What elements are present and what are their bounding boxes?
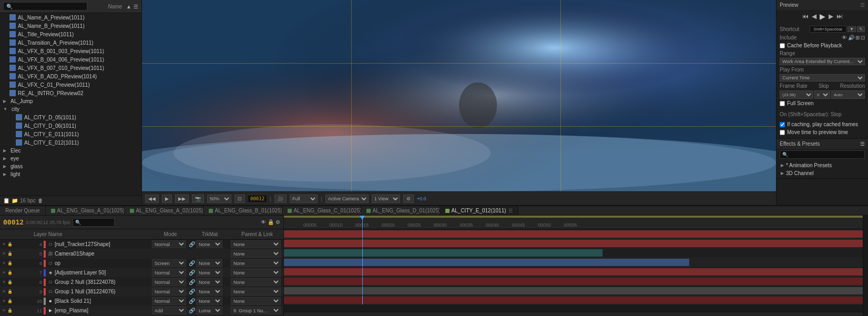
folder-glass[interactable]: ▶ glass [0, 162, 141, 170]
section-menu-icon[interactable]: ☰ [860, 2, 865, 8]
folder-icon-btn[interactable]: 📁 [12, 198, 18, 203]
last-frame-btn[interactable]: ⏭ [836, 13, 843, 20]
timeline-solo-icon[interactable]: 👁 [261, 219, 266, 225]
list-item[interactable]: AL_CITY_E_012(1011) [0, 138, 141, 147]
parent-dropdown[interactable]: None [231, 278, 281, 286]
parent-dropdown[interactable]: None [231, 297, 281, 305]
solo-btn[interactable]: ☀ [1, 242, 6, 247]
timeline-options-icon[interactable]: ⚙ [275, 219, 280, 225]
parent-dropdown[interactable]: None [231, 259, 281, 267]
shortcut-dropdown[interactable]: ▼ [847, 26, 856, 32]
effects-item-animation-presets[interactable]: ▶ * Animation Presets [777, 161, 868, 169]
next-frame-btn[interactable]: ▶ [829, 13, 833, 20]
viewer-options-btn[interactable]: ⚙ [403, 195, 414, 203]
list-item[interactable]: AL_VFX_B_001_003_Preview(1011) [0, 47, 141, 55]
cache-frames-checkbox[interactable] [780, 122, 785, 127]
mode-dropdown[interactable]: Normal [152, 278, 186, 286]
move-time-checkbox[interactable] [780, 130, 785, 135]
timeline-ruler[interactable]: 00005 00010 00015 00020 00025 00030 0003… [284, 216, 863, 229]
framerate-select[interactable]: (23.98) [780, 90, 813, 99]
skip-select[interactable]: 0 [814, 90, 830, 99]
trkmat-dropdown[interactable]: Luma [196, 307, 222, 314]
trkmat-dropdown[interactable]: None [196, 288, 222, 295]
tab-al-eng-glass-d01[interactable]: AL_ENG_Glass_D_01(1025) ✕ [361, 206, 440, 215]
solo-btn[interactable]: ☀ [1, 299, 6, 304]
solo-btn[interactable]: ☀ [1, 280, 6, 285]
solo-btn[interactable]: ☀ [1, 289, 6, 294]
folder-aljump[interactable]: ▶ AL_Jump [0, 97, 141, 105]
trkmat-dropdown[interactable]: None [196, 278, 222, 286]
mode-dropdown[interactable]: Screen [152, 259, 186, 267]
folder-light[interactable]: ▶ light [0, 170, 141, 178]
lock-btn[interactable]: 🔒 [7, 289, 13, 294]
delete-icon[interactable]: 🗑 [38, 198, 43, 203]
mode-dropdown[interactable]: Normal [152, 297, 186, 305]
folder-elec[interactable]: ▶ Elec [0, 147, 141, 155]
mode-dropdown[interactable]: Normal [152, 240, 186, 248]
tab-al-eng-glass-a02[interactable]: AL_ENG_Glass_A_02(1025) [125, 206, 203, 215]
viewer-fit-btn[interactable]: ⊡ [234, 195, 245, 203]
folder-eye[interactable]: ▶ eye [0, 155, 141, 162]
timeline-lock-icon[interactable]: 🔒 [268, 219, 274, 225]
list-item[interactable]: AL_VFX_C_01_Preview(1011) [0, 80, 141, 89]
camera-select[interactable]: Active Camera [325, 195, 369, 203]
playhead[interactable] [362, 216, 363, 229]
parent-dropdown[interactable]: None [231, 250, 281, 258]
viewer-toolbar-btn[interactable]: ◀◀ [145, 195, 159, 203]
resolution-select[interactable]: Auto [831, 90, 865, 99]
zoom-select[interactable]: 50% 100% 25% [207, 195, 231, 203]
first-frame-btn[interactable]: ⏮ [802, 13, 809, 20]
list-item[interactable]: AL_Name_B_Preview(1011) [0, 22, 141, 30]
trkmat-dropdown[interactable]: None [196, 259, 222, 267]
list-item[interactable]: AL_CITY_D_06(1011) [0, 121, 141, 130]
lock-btn[interactable]: 🔒 [7, 242, 13, 247]
mode-dropdown[interactable]: Normal [152, 288, 186, 295]
project-search-input[interactable] [3, 2, 87, 11]
range-select[interactable]: Work Area Extended By Current... [780, 58, 865, 65]
panel-sort-icon[interactable]: ▲ [126, 4, 131, 9]
lock-btn[interactable]: 🔒 [7, 261, 13, 266]
list-item[interactable]: RE_AL_INTRO_PReview02 [0, 89, 141, 97]
folder-city[interactable]: ▼ city [0, 105, 141, 113]
views-select[interactable]: 1 View 2 Views [372, 195, 400, 203]
parent-dropdown[interactable]: None [231, 240, 281, 248]
viewer-snapshot-btn[interactable]: 📷 [192, 195, 204, 203]
lock-btn[interactable]: 🔒 [7, 251, 13, 257]
list-item[interactable]: AL_CITY_D_05(1011) [0, 113, 141, 121]
tab-al-eng-glass-a01[interactable]: AL_ENG_Glass_A_01(1025) [46, 206, 125, 215]
parent-dropdown[interactable]: None [231, 269, 281, 277]
solo-btn[interactable]: ☀ [1, 251, 6, 257]
list-item[interactable]: AL_VFX_B_007_010_Preview(1011) [0, 64, 141, 72]
prev-frame-btn[interactable]: ◀ [812, 13, 816, 20]
lock-btn[interactable]: 🔒 [7, 270, 13, 276]
lock-btn[interactable]: 🔒 [7, 280, 13, 285]
list-item[interactable]: AL_VFX_B_004_006_Preview(1011) [0, 55, 141, 64]
list-item[interactable]: AL_Name_A_Preview(1011) [0, 13, 141, 22]
lock-btn[interactable]: 🔒 [7, 308, 13, 313]
effects-search-input[interactable] [780, 150, 865, 159]
solo-btn[interactable]: ☀ [1, 270, 6, 276]
effects-menu-icon[interactable]: ☰ [860, 141, 865, 147]
preview-section-header[interactable]: Preview ☰ [777, 0, 868, 10]
mode-dropdown[interactable]: Add [152, 307, 186, 314]
tab-al-eng-glass-b01[interactable]: AL_ENG_Glass_B_01(1025) [203, 206, 282, 215]
list-item[interactable]: AL_Title_Preview(1011) [0, 30, 141, 38]
cache-checkbox[interactable] [780, 43, 785, 48]
timeline-search-input[interactable] [73, 218, 115, 227]
trkmat-dropdown[interactable]: None [196, 297, 222, 305]
parent-dropdown[interactable]: 9. Group 1 Nu... [231, 307, 281, 314]
solo-btn[interactable]: ☀ [1, 261, 6, 266]
tab-close-btn[interactable]: ☰ [508, 208, 513, 213]
panel-menu-icon[interactable]: ☰ [134, 4, 138, 9]
camera-icon-btn[interactable]: 🎥 [274, 195, 287, 203]
new-comp-icon[interactable]: 📋 [3, 198, 9, 203]
trkmat-dropdown[interactable]: None [196, 269, 222, 277]
viewer-toolbar-btn[interactable]: ▶▶ [175, 195, 189, 203]
quality-select[interactable]: Full Half Quarter [290, 195, 318, 203]
list-item[interactable]: AL_Transition_A_Preview(1011) [0, 38, 141, 47]
trkmat-dropdown[interactable]: None [196, 240, 222, 248]
play-btn[interactable]: ▶ [820, 12, 825, 21]
tab-al-city-e012-active[interactable]: AL_CITY_E_012(1011) ☰ [440, 206, 518, 215]
mode-dropdown[interactable]: Normal [152, 269, 186, 277]
tab-render-queue[interactable]: Render Queue [0, 206, 46, 215]
